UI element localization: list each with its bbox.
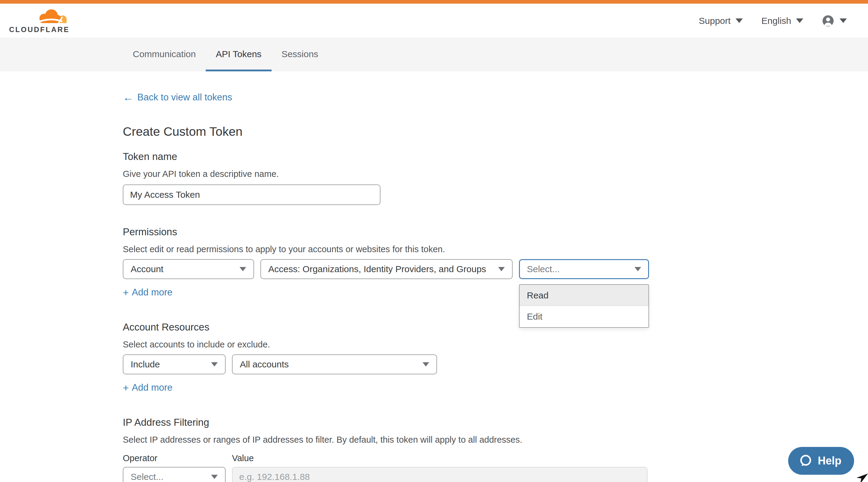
chevron-down-icon: [211, 362, 218, 366]
tab-sessions[interactable]: Sessions: [272, 38, 329, 71]
permission-level-select[interactable]: Select... Read Edit: [519, 259, 649, 279]
tab-bar: Communication API Tokens Sessions: [0, 38, 868, 71]
chevron-down-icon: [211, 475, 218, 479]
ip-value-input[interactable]: [232, 467, 648, 482]
permissions-heading: Permissions: [123, 226, 868, 238]
add-more-label: Add more: [132, 382, 173, 393]
permissions-add-more-link[interactable]: + Add more: [123, 287, 173, 298]
chevron-down-icon: [423, 362, 429, 366]
account-mode-value: Include: [131, 359, 160, 369]
account-resources-heading: Account Resources: [123, 321, 868, 333]
account-menu[interactable]: [822, 15, 847, 27]
token-name-heading: Token name: [123, 151, 868, 162]
app-header: CLOUDFLARE Support English: [0, 4, 868, 38]
permissions-description: Select edit or read permissions to apply…: [123, 244, 868, 254]
back-arrow-icon: ←: [123, 92, 134, 103]
add-more-label: Add more: [132, 287, 173, 298]
permission-resource-value: Access: Organizations, Identity Provider…: [268, 264, 486, 274]
account-resources-add-more-link[interactable]: + Add more: [123, 382, 173, 393]
help-button[interactable]: Help: [788, 447, 854, 475]
menu-option-edit[interactable]: Edit: [520, 306, 648, 327]
back-link-label: Back to view all tokens: [137, 92, 232, 103]
page: CLOUDFLARE Support English: [0, 0, 868, 482]
menu-option-read[interactable]: Read: [520, 285, 648, 306]
ip-operator-placeholder: Select...: [131, 472, 163, 482]
mouse-cursor-icon: [856, 472, 868, 482]
ip-filtering-labels: Operator Value: [123, 453, 868, 463]
token-name-input[interactable]: [123, 185, 380, 205]
token-name-description: Give your API token a descriptive name.: [123, 169, 868, 179]
chat-bubble-icon: [799, 454, 812, 468]
ip-filtering-fields: Select...: [123, 467, 868, 482]
language-menu[interactable]: English: [762, 16, 803, 26]
account-resources-row: Include All accounts: [123, 354, 868, 374]
account-resources-description: Select accounts to include or exclude.: [123, 340, 868, 350]
ip-filtering-heading: IP Address Filtering: [123, 417, 868, 428]
chevron-down-icon: [240, 267, 246, 271]
permission-scope-value: Account: [131, 264, 163, 274]
operator-label: Operator: [123, 453, 226, 463]
plus-icon: +: [123, 287, 129, 297]
user-avatar-icon: [822, 15, 834, 27]
back-to-tokens-link[interactable]: ← Back to view all tokens: [123, 92, 232, 103]
accounts-value: All accounts: [240, 359, 289, 369]
chevron-down-icon: [796, 19, 803, 23]
chevron-down-icon: [634, 267, 641, 271]
permission-scope-select[interactable]: Account: [123, 259, 254, 279]
permissions-row: Account Access: Organizations, Identity …: [123, 259, 868, 279]
support-menu-label: Support: [699, 16, 731, 26]
chevron-down-icon: [840, 19, 847, 23]
value-label: Value: [232, 453, 254, 463]
tab-communication[interactable]: Communication: [123, 38, 206, 71]
brand-accent-bar: [0, 0, 868, 4]
ip-operator-select[interactable]: Select...: [123, 467, 226, 482]
permission-level-menu: Read Edit: [519, 284, 649, 328]
accounts-select[interactable]: All accounts: [232, 354, 437, 374]
main-content: ← Back to view all tokens Create Custom …: [0, 71, 868, 482]
plus-icon: +: [123, 383, 129, 393]
language-menu-label: English: [762, 16, 791, 26]
chevron-down-icon: [498, 267, 505, 271]
support-menu[interactable]: Support: [699, 16, 743, 26]
account-mode-select[interactable]: Include: [123, 354, 226, 374]
permission-level-placeholder: Select...: [527, 264, 559, 274]
page-title: Create Custom Token: [123, 125, 868, 139]
ip-filtering-description: Select IP addresses or ranges of IP addr…: [123, 435, 868, 445]
tab-api-tokens[interactable]: API Tokens: [206, 38, 271, 71]
cloudflare-logo[interactable]: CLOUDFLARE: [9, 8, 69, 34]
cloudflare-wordmark: CLOUDFLARE: [9, 25, 69, 34]
cloudflare-cloud-icon: [35, 8, 68, 25]
help-button-label: Help: [818, 454, 841, 467]
chevron-down-icon: [736, 19, 743, 23]
permission-resource-select[interactable]: Access: Organizations, Identity Provider…: [260, 259, 513, 279]
header-nav: Support English: [699, 15, 847, 27]
